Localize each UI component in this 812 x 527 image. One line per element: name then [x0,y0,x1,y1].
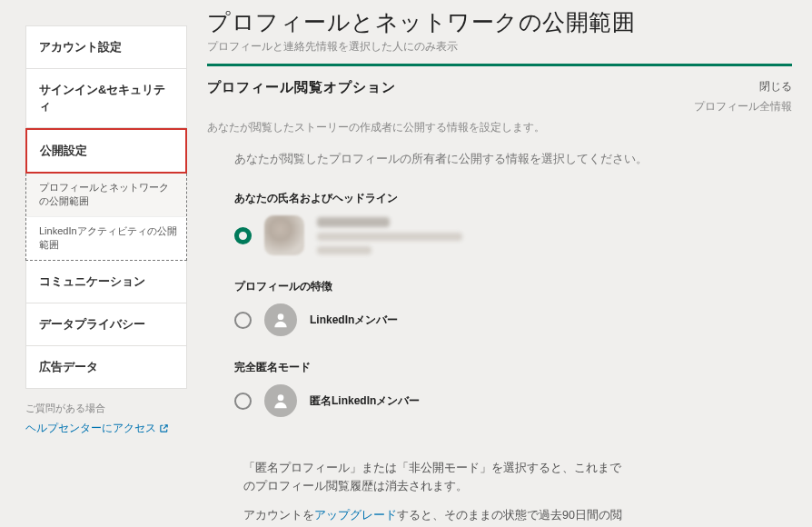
sidebar-item-privacy[interactable]: データプライバシー [25,303,187,346]
blurred-text [317,217,462,254]
sidebar: アカウント設定 サインイン&セキュリティ 公開設定 プロフィールとネットワークの… [0,0,187,527]
upgrade-link[interactable]: アップグレード [314,509,397,522]
option-name-headline: あなたの氏名およびヘッドライン [234,191,792,255]
option-title: 完全匿名モード [234,360,792,375]
svg-point-1 [278,394,284,401]
help-center-link[interactable]: ヘルプセンターにアクセス [25,421,169,436]
avatar-generic [264,384,297,417]
sidebar-item-signin-security[interactable]: サインイン&セキュリティ [25,69,187,128]
section-links: 閉じる プロフィール全情報 [694,79,792,114]
help-link-label: ヘルプセンターにアクセス [25,421,156,436]
option-title: プロフィールの特徴 [234,279,792,294]
option-anonymous: 完全匿名モード 匿名LinkedInメンバー [234,360,792,417]
sidebar-sub-items: プロフィールとネットワークの公開範囲 LinkedInアクティビティの公開範囲 [25,174,187,261]
avatar-generic [264,303,297,336]
avatar-blurred [264,215,304,255]
sidebar-item-account[interactable]: アカウント設定 [25,25,187,69]
option-label: 匿名LinkedInメンバー [310,393,420,409]
note-text: アカウントを [243,509,314,522]
page-title: プロフィールとネットワークの公開範囲 [207,7,792,37]
radio-name-headline[interactable] [234,227,252,244]
option-label: LinkedInメンバー [310,313,398,328]
help-section: ご質問がある場合 ヘルプセンターにアクセス [25,402,187,436]
note-history-clear: 「匿名プロフィール」または「非公開モード」を選択すると、これまでのプロフィール閲… [243,459,625,495]
person-icon [272,392,290,410]
help-note: ご質問がある場合 [25,402,187,415]
main-content: プロフィールとネットワークの公開範囲 プロフィールと連絡先情報を選択した人にのみ… [187,0,812,527]
external-link-icon [159,423,169,433]
sidebar-sub-activity[interactable]: LinkedInアクティビティの公開範囲 [26,216,186,260]
close-link[interactable]: 閉じる [694,79,792,94]
header-rule [207,64,792,66]
page-subtitle: プロフィールと連絡先情報を選択した人にのみ表示 [207,39,792,55]
sidebar-sub-profile-network[interactable]: プロフィールとネットワークの公開範囲 [26,174,186,216]
profile-all-info-link[interactable]: プロフィール全情報 [694,99,792,114]
svg-point-0 [278,313,284,320]
notes: 「匿名プロフィール」または「非公開モード」を選択すると、これまでのプロフィール閲… [243,459,625,527]
sidebar-item-communication[interactable]: コミュニケーション [25,261,187,303]
sidebar-item-ads[interactable]: 広告データ [25,346,187,389]
option-profile-characteristics: プロフィールの特徴 LinkedInメンバー [234,279,792,336]
section-description: あなたが閲覧したストーリーの作成者に公開する情報を設定します。 [207,120,792,135]
section-title: プロフィール閲覧オプション [207,79,396,96]
radio-characteristics[interactable] [234,312,252,329]
sidebar-item-visibility[interactable]: 公開設定 [25,128,187,174]
instructions: あなたが閲覧したプロフィールの所有者に公開する情報を選択してください。 [234,152,792,167]
radio-anonymous[interactable] [234,393,252,410]
note-upgrade: アカウントをアップグレードすると、そのままの状態で過去90日間の閲覧者を全員チェ… [243,506,625,527]
person-icon [272,311,290,329]
option-title: あなたの氏名およびヘッドライン [234,191,792,206]
